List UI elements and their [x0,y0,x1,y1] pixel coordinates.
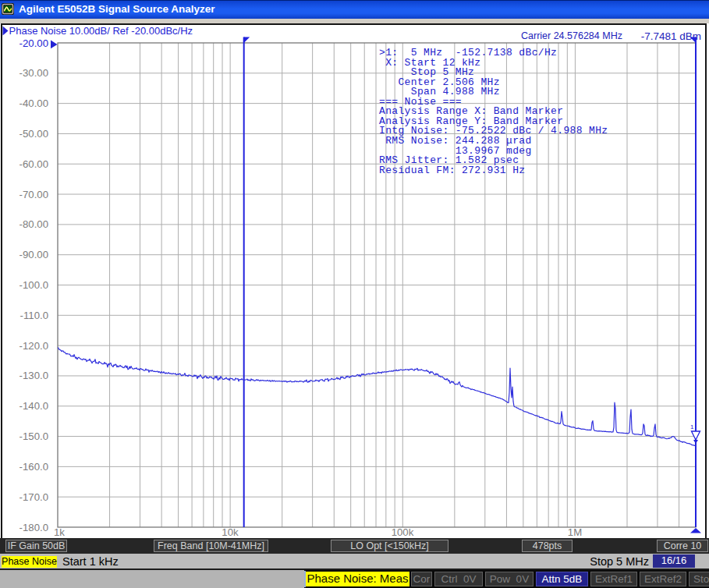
svg-text:Residual FM: 272.931 Hz: Residual FM: 272.931 Hz [379,165,525,176]
svg-text:1M: 1M [568,526,582,538]
svg-text:-120.0: -120.0 [19,340,48,352]
svg-text:-110.0: -110.0 [20,310,48,321]
svg-text:100k: 100k [392,526,414,538]
svg-text:-180.0: -180.0 [19,522,48,533]
svg-text:-30.00: -30.00 [19,67,48,79]
svg-text:Phase Noise 10.00dB/ Ref -20.0: Phase Noise 10.00dB/ Ref -20.00dBc/Hz [9,25,193,37]
svg-text:-150.0: -150.0 [19,430,48,442]
svg-text:-50.00: -50.00 [19,128,48,140]
svg-text:-80.00: -80.00 [19,218,48,230]
svg-text:1: 1 [690,423,694,430]
svg-text:-170.0: -170.0 [19,491,48,503]
svg-text:-40.00: -40.00 [19,97,48,109]
svg-text:-60.00: -60.00 [19,158,48,170]
svg-text:-7.7481 dBm: -7.7481 dBm [641,30,701,42]
svg-text:-20.00: -20.00 [19,37,48,49]
svg-text:-90.00: -90.00 [19,249,48,260]
svg-text:-130.0: -130.0 [19,370,48,381]
svg-text:-160.0: -160.0 [19,461,48,473]
svg-text:Carrier 24.576284 MHz: Carrier 24.576284 MHz [521,30,622,41]
svg-text:1k: 1k [54,526,65,538]
svg-text:-140.0: -140.0 [19,400,48,412]
svg-text:-100.0: -100.0 [19,279,48,291]
svg-text:-70.00: -70.00 [19,189,48,200]
svg-text:10k: 10k [222,526,239,538]
